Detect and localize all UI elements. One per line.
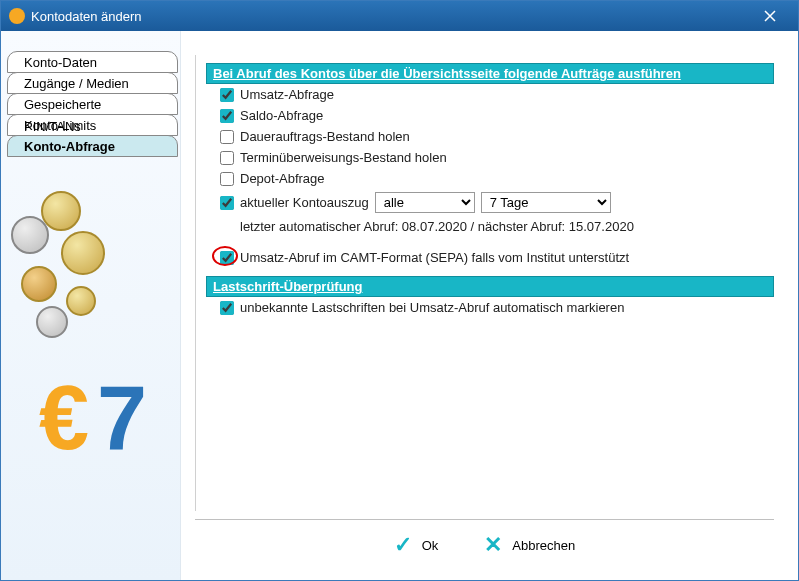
ok-button[interactable]: ✓ Ok [384,528,449,562]
x-icon: ✕ [484,532,502,558]
checkbox-termin[interactable] [220,151,234,165]
tab-zugaenge-medien[interactable]: Zugänge / Medien [7,72,178,94]
row-camt: Umsatz-Abruf im CAMT-Format (SEPA) falls… [206,247,774,268]
euro-7-logo: € 7 [31,361,151,481]
sidebar: Konto-Daten Zugänge / Medien Gespeichert… [1,31,181,580]
button-bar: ✓ Ok ✕ Abbrechen [195,520,774,570]
titlebar: Kontodaten ändern [1,1,798,31]
content-area: Bei Abruf des Kontos über die Übersichts… [195,55,774,511]
row-unbekannte: unbekannte Lastschriften bei Umsatz-Abru… [206,297,774,318]
label-dauerauftrag: Dauerauftrags-Bestand holen [240,129,410,144]
dialog-body: Konto-Daten Zugänge / Medien Gespeichert… [1,31,798,580]
label-kontoauszug: aktueller Kontoauszug [240,195,369,210]
svg-text:€: € [39,368,89,468]
checkbox-umsatz-abfrage[interactable] [220,88,234,102]
close-button[interactable] [750,3,790,29]
row-info-line: letzter automatischer Abruf: 08.07.2020 … [206,216,774,237]
check-icon: ✓ [394,532,412,558]
label-saldo-abfrage: Saldo-Abfrage [240,108,323,123]
section-header-abruf: Bei Abruf des Kontos über die Übersichts… [206,63,774,84]
row-kontoauszug: aktueller Kontoauszug alle 7 Tage [206,189,774,216]
window-title: Kontodaten ändern [31,9,750,24]
label-umsatz-abfrage: Umsatz-Abfrage [240,87,334,102]
checkbox-kontoauszug[interactable] [220,196,234,210]
select-filter[interactable]: alle [375,192,475,213]
label-unbekannte: unbekannte Lastschriften bei Umsatz-Abru… [240,300,624,315]
label-termin: Terminüberweisungs-Bestand holen [240,150,447,165]
cancel-button[interactable]: ✕ Abbrechen [474,528,585,562]
checkbox-depot[interactable] [220,172,234,186]
row-umsatz-abfrage: Umsatz-Abfrage [206,84,774,105]
tab-konto-limits[interactable]: Konto-Limits [7,114,178,136]
row-termin: Terminüberweisungs-Bestand holen [206,147,774,168]
euro-7-icon: € 7 [31,361,151,481]
checkbox-camt[interactable] [220,251,234,265]
label-depot: Depot-Abfrage [240,171,325,186]
label-camt: Umsatz-Abruf im CAMT-Format (SEPA) falls… [240,250,629,265]
tab-konto-daten[interactable]: Konto-Daten [7,51,178,73]
section-header-lastschrift: Lastschrift-Überprüfung [206,276,774,297]
ok-label: Ok [422,538,439,553]
main-panel: Bei Abruf des Kontos über die Übersichts… [181,31,798,580]
checkbox-dauerauftrag[interactable] [220,130,234,144]
close-icon [764,10,776,22]
tab-konto-abfrage[interactable]: Konto-Abfrage [7,135,178,157]
checkbox-unbekannte[interactable] [220,301,234,315]
row-saldo-abfrage: Saldo-Abfrage [206,105,774,126]
row-depot: Depot-Abfrage [206,168,774,189]
svg-text:7: 7 [97,368,147,468]
row-dauerauftrag: Dauerauftrags-Bestand holen [206,126,774,147]
select-period[interactable]: 7 Tage [481,192,611,213]
tab-pin-tans[interactable]: Gespeicherte PIN/TANs [7,93,178,115]
checkbox-saldo-abfrage[interactable] [220,109,234,123]
label-info-line: letzter automatischer Abruf: 08.07.2020 … [240,219,634,234]
cancel-label: Abbrechen [512,538,575,553]
dialog-window: Kontodaten ändern Konto-Daten Zugänge / … [0,0,799,581]
app-icon [9,8,25,24]
